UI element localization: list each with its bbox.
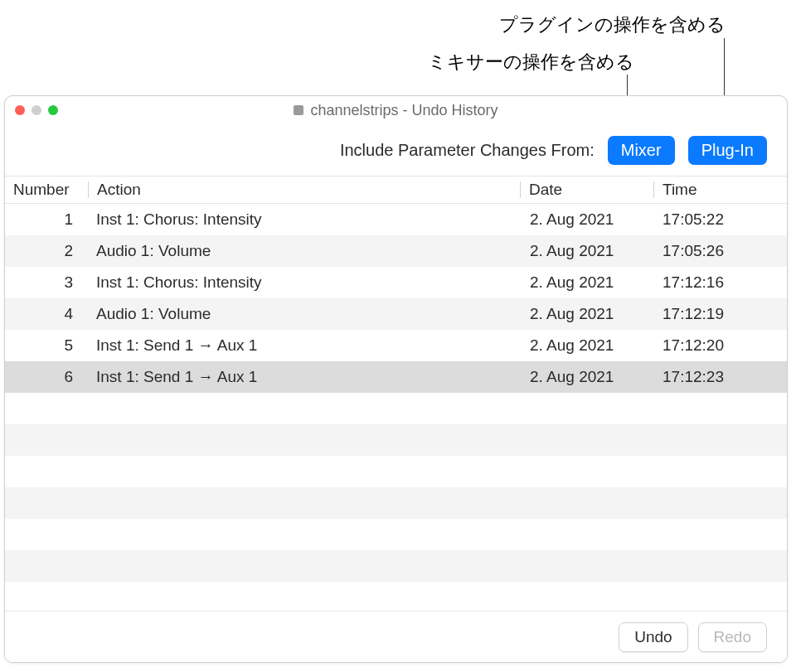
column-header-number[interactable]: Number xyxy=(5,181,88,199)
cell-date: 2. Aug 2021 xyxy=(522,242,654,260)
cell-number: 3 xyxy=(5,273,88,292)
cell-action: Inst 1: Chorus: Intensity xyxy=(88,210,522,229)
column-header-action[interactable]: Action xyxy=(89,181,520,199)
redo-button: Redo xyxy=(698,622,767,652)
cell-date: 2. Aug 2021 xyxy=(522,368,654,386)
include-param-label: Include Parameter Changes From: xyxy=(340,141,595,160)
cell-time: 17:12:23 xyxy=(654,368,787,386)
empty-row xyxy=(5,456,787,487)
cell-time: 17:12:16 xyxy=(654,273,787,292)
cell-time: 17:12:19 xyxy=(654,305,787,323)
undo-button[interactable]: Undo xyxy=(619,622,687,652)
cell-number: 1 xyxy=(5,210,88,229)
cell-number: 4 xyxy=(5,305,88,323)
cell-action: Inst 1: Send 1 → Aux 1 xyxy=(88,336,522,355)
traffic-lights xyxy=(15,105,58,115)
window-title-text: channelstrips - Undo History xyxy=(310,102,498,119)
document-icon xyxy=(294,105,303,115)
mixer-toggle-button[interactable]: Mixer xyxy=(608,136,675,165)
cell-action: Audio 1: Volume xyxy=(88,242,522,260)
annotation-layer: プラグインの操作を含める ミキサーの操作を含める xyxy=(0,0,796,95)
column-header-date[interactable]: Date xyxy=(521,181,653,199)
cell-action: Audio 1: Volume xyxy=(88,305,522,323)
empty-row xyxy=(5,487,787,519)
cell-date: 2. Aug 2021 xyxy=(522,305,654,323)
column-header-time[interactable]: Time xyxy=(654,181,787,199)
empty-row xyxy=(5,424,787,456)
undo-history-window: channelstrips - Undo History Include Par… xyxy=(4,95,788,663)
cell-date: 2. Aug 2021 xyxy=(522,273,654,292)
minimize-icon xyxy=(32,105,41,115)
titlebar: channelstrips - Undo History xyxy=(5,96,787,124)
plugin-toggle-button[interactable]: Plug-In xyxy=(688,136,767,165)
cell-time: 17:05:22 xyxy=(654,210,787,229)
history-row[interactable]: 4Audio 1: Volume2. Aug 202117:12:19 xyxy=(5,298,787,330)
table-header: Number Action Date Time xyxy=(5,176,787,204)
history-table-body: 1Inst 1: Chorus: Intensity2. Aug 202117:… xyxy=(5,204,787,611)
close-icon[interactable] xyxy=(15,105,25,115)
history-row[interactable]: 2Audio 1: Volume2. Aug 202117:05:26 xyxy=(5,235,787,267)
cell-time: 17:12:20 xyxy=(654,336,787,355)
cell-time: 17:05:26 xyxy=(654,242,787,260)
cell-date: 2. Aug 2021 xyxy=(522,210,654,229)
cell-number: 5 xyxy=(5,336,88,355)
cell-number: 2 xyxy=(5,242,88,260)
toolbar: Include Parameter Changes From: Mixer Pl… xyxy=(5,124,787,176)
footer: Undo Redo xyxy=(5,611,787,662)
history-row[interactable]: 5Inst 1: Send 1 → Aux 12. Aug 202117:12:… xyxy=(5,330,787,361)
window-title: channelstrips - Undo History xyxy=(5,102,787,119)
callout-plugin-label: プラグインの操作を含める xyxy=(499,12,726,37)
cell-action: Inst 1: Send 1 → Aux 1 xyxy=(88,368,522,386)
empty-row xyxy=(5,519,787,550)
history-row[interactable]: 1Inst 1: Chorus: Intensity2. Aug 202117:… xyxy=(5,204,787,235)
callout-mixer-label: ミキサーの操作を含める xyxy=(428,50,634,75)
history-row[interactable]: 6Inst 1: Send 1 → Aux 12. Aug 202117:12:… xyxy=(5,361,787,393)
zoom-icon[interactable] xyxy=(48,105,58,115)
cell-date: 2. Aug 2021 xyxy=(522,336,654,355)
cell-number: 6 xyxy=(5,368,88,386)
history-row[interactable]: 3Inst 1: Chorus: Intensity2. Aug 202117:… xyxy=(5,267,787,298)
cell-action: Inst 1: Chorus: Intensity xyxy=(88,273,522,292)
empty-row xyxy=(5,550,787,582)
empty-row xyxy=(5,393,787,424)
